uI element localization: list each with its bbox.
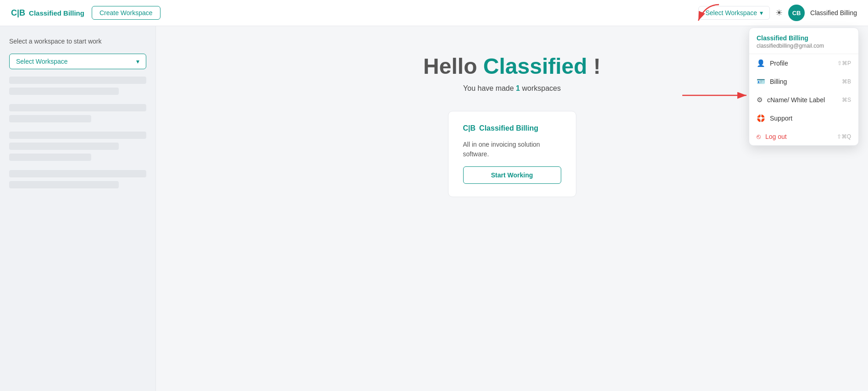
profile-shortcut: ⇧⌘P <box>837 60 851 66</box>
dropdown-logout-label: Log out <box>765 133 787 140</box>
hero-exclaim: ! <box>587 54 601 78</box>
workspace-card-title: Classified Billing <box>479 124 538 132</box>
skeleton-group-4 <box>9 170 146 188</box>
dropdown-user-name: Classified Billing <box>757 34 851 42</box>
header-select-workspace-button[interactable]: Select Workspace ▾ <box>698 6 770 20</box>
create-workspace-button[interactable]: Create Workspace <box>92 6 160 20</box>
workspace-card-logo-icon: C|B <box>463 124 476 132</box>
hero-hello: Hello <box>423 54 483 78</box>
dropdown-item-profile[interactable]: 👤 Profile ⇧⌘P <box>749 54 858 72</box>
dropdown-billing-label: Billing <box>770 78 787 85</box>
skeleton-row <box>9 104 146 111</box>
hero-count: 1 <box>516 84 520 92</box>
logo-icon: C|B <box>11 8 25 18</box>
workspace-card-description: All in one invoicing solution software. <box>463 140 561 159</box>
dropdown-profile-label: Profile <box>770 60 788 67</box>
layout: Select a workspace to start work Select … <box>0 26 868 391</box>
dropdown-support-label: Support <box>770 115 792 122</box>
skeleton-row <box>9 77 146 84</box>
dropdown-user-email: classifiedbilling@gmail.com <box>757 43 851 49</box>
support-icon: 🛟 <box>757 114 765 122</box>
dropdown-item-billing[interactable]: 🪪 Billing ⌘B <box>749 72 858 91</box>
start-working-button[interactable]: Start Working <box>463 166 561 184</box>
person-icon: 👤 <box>757 59 765 67</box>
dropdown-user-info: Classified Billing classifiedbilling@gma… <box>749 28 858 54</box>
sun-icon: ☀ <box>775 8 783 18</box>
logo-text: Classified Billing <box>29 9 84 17</box>
workspace-card: C|B Classified Billing All in one invoic… <box>448 111 576 197</box>
dropdown-item-cname[interactable]: ⚙ cName/ White Label ⌘S <box>749 91 858 109</box>
skeleton-group-2 <box>9 104 146 122</box>
dropdown-item-cname-left: ⚙ cName/ White Label <box>757 96 825 104</box>
header-left: C|B Classified Billing Create Workspace <box>11 6 160 20</box>
billing-shortcut: ⌘B <box>842 78 851 85</box>
sidebar-select-workspace-label: Select Workspace <box>16 58 68 65</box>
header: C|B Classified Billing Create Workspace … <box>0 0 868 26</box>
logo: C|B Classified Billing <box>11 8 84 18</box>
skeleton-row <box>9 132 146 139</box>
sidebar-chevron-icon: ▾ <box>136 58 139 65</box>
dropdown-item-logout-left: ⎋ Log out <box>757 132 787 140</box>
skeleton-row <box>9 88 119 95</box>
cname-shortcut: ⌘S <box>842 97 851 103</box>
skeleton-row <box>9 154 91 161</box>
dropdown-item-support-left: 🛟 Support <box>757 114 792 122</box>
sidebar: Select a workspace to start work Select … <box>0 26 156 391</box>
skeleton-row <box>9 115 91 122</box>
sidebar-select-workspace-dropdown[interactable]: Select Workspace ▾ <box>9 54 146 69</box>
skeleton-row <box>9 143 119 150</box>
avatar[interactable]: CB <box>788 5 805 21</box>
workspace-card-name: C|B Classified Billing <box>463 124 561 132</box>
hero-subtitle-post: workspaces <box>520 84 561 92</box>
logout-icon: ⎋ <box>757 132 761 140</box>
skeleton-group-1 <box>9 77 146 95</box>
dropdown-item-profile-left: 👤 Profile <box>757 59 788 67</box>
sidebar-skeleton <box>9 77 146 192</box>
header-right: Select Workspace ▾ ☀ CB Classified Billi… <box>698 5 857 21</box>
logout-shortcut: ⇧⌘Q <box>837 133 851 140</box>
gear-icon: ⚙ <box>757 96 763 104</box>
skeleton-group-3 <box>9 132 146 161</box>
dropdown-cname-label: cName/ White Label <box>767 96 825 104</box>
hero-name: Classified <box>483 54 587 78</box>
theme-toggle-button[interactable]: ☀ <box>775 8 783 18</box>
billing-icon: 🪪 <box>757 77 765 86</box>
select-workspace-label: Select Workspace <box>705 9 757 17</box>
header-user-name[interactable]: Classified Billing <box>810 9 857 17</box>
dropdown-item-logout[interactable]: ⎋ Log out ⇧⌘Q <box>749 127 858 145</box>
skeleton-row <box>9 181 119 188</box>
user-dropdown-menu: Classified Billing classifiedbilling@gma… <box>749 28 859 146</box>
dropdown-item-support[interactable]: 🛟 Support <box>749 109 858 127</box>
dropdown-item-billing-left: 🪪 Billing <box>757 77 787 86</box>
sidebar-title: Select a workspace to start work <box>9 37 146 46</box>
hero-subtitle-pre: You have made <box>463 84 516 92</box>
chevron-down-icon: ▾ <box>760 9 763 17</box>
skeleton-row <box>9 170 146 177</box>
